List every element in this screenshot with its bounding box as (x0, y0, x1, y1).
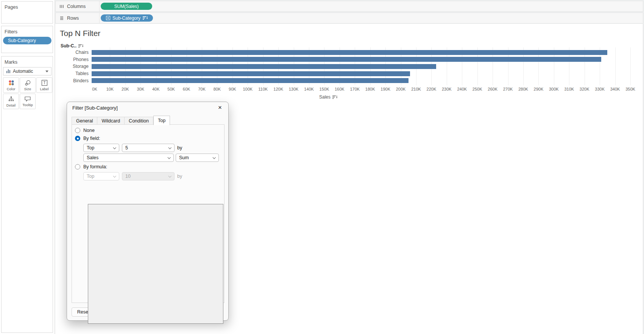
sort-descending-icon[interactable] (332, 95, 337, 99)
axis-tick-label: 160K (335, 87, 345, 91)
by-field-n-select[interactable]: 5 (122, 144, 175, 152)
x-axis-ticks: 0K10K20K30K40K50K60K70K80K90K100K110K120… (95, 87, 630, 92)
rows-pill[interactable]: Sub-Category (101, 14, 153, 22)
label-button-label: Label (40, 87, 48, 91)
axis-tick-label: 270K (503, 87, 513, 91)
by-field-radio[interactable] (75, 136, 80, 141)
axis-tick-label: 250K (472, 87, 482, 91)
color-button-label: Color (7, 87, 16, 91)
size-button-label: Size (24, 87, 31, 91)
label-button[interactable]: T Label (36, 77, 52, 93)
by-field-direction-value: Top (87, 145, 94, 151)
bar-category-label[interactable]: Storage (55, 64, 92, 69)
by-field-option[interactable]: By field: (75, 136, 100, 141)
row-field-header[interactable]: Sub-C.. (61, 43, 83, 49)
tab-general[interactable]: General (72, 117, 97, 125)
label-icon: T (41, 80, 48, 86)
axis-tick-label: 300K (549, 87, 559, 91)
axis-tick-label: 350K (625, 87, 635, 91)
tab-top[interactable]: Top (153, 116, 170, 125)
columns-shelf[interactable]: SUM(Sales) (100, 1, 643, 12)
close-icon[interactable]: × (215, 103, 225, 112)
tooltip-button[interactable]: Tooltip (20, 94, 36, 109)
by-formula-direction-select: Top (83, 172, 119, 180)
x-axis-title-text: Sales (319, 94, 331, 100)
mark-type-value: Automatic (13, 69, 33, 74)
detail-button[interactable]: Detail (3, 94, 19, 109)
chevron-down-icon (168, 174, 171, 177)
by-field-field-value: Sales (87, 155, 98, 160)
bar-track (92, 57, 627, 62)
bar-chart: ChairsPhonesStorageTablesBinders (55, 49, 643, 84)
by-formula-direction-value: Top (87, 174, 94, 179)
detail-icon (8, 96, 14, 102)
axis-tick-label: 100K (243, 87, 253, 91)
size-button[interactable]: Size (20, 77, 36, 93)
by-formula-option[interactable]: By formula: (75, 164, 107, 169)
rows-shelf[interactable]: Sub-Category (100, 13, 643, 24)
tab-condition[interactable]: Condition (125, 117, 153, 125)
by-field-field-select[interactable]: Sales (83, 154, 174, 162)
none-option[interactable]: None (75, 128, 95, 133)
by-formula-radio[interactable] (75, 164, 80, 169)
axis-tick-label: 70K (198, 87, 206, 91)
none-option-label: None (83, 128, 95, 133)
size-icon (25, 80, 31, 86)
rows-shelf-text: Rows (67, 16, 79, 21)
bar-chairs[interactable] (92, 50, 607, 55)
sort-descending-icon[interactable] (78, 44, 83, 48)
chevron-down-icon (113, 174, 116, 177)
filter-pill-sub-category[interactable]: Sub-Category (3, 37, 51, 44)
chart-row: Binders (55, 77, 643, 84)
color-button[interactable]: Color (3, 77, 19, 93)
rows-pill-text: Sub-Category (112, 16, 140, 21)
svg-text:T: T (43, 81, 45, 85)
bar-track (92, 50, 627, 55)
bar-tables[interactable] (92, 71, 410, 76)
chart-row: Storage (55, 63, 643, 70)
bar-category-label[interactable]: Binders (55, 78, 92, 83)
rows-shelf-label: Rows (55, 13, 100, 24)
filter-dialog: Filter [Sub-Category] × General Wildcard… (67, 102, 229, 321)
chart-row: Phones (55, 56, 643, 63)
mark-type-dropdown[interactable]: Automatic (3, 67, 51, 75)
bar-storage[interactable] (92, 64, 436, 69)
pages-card: Pages (1, 1, 53, 24)
filters-label: Filters (2, 26, 53, 34)
top-tab-page: None By field: Top 5 by Sales Sum By for… (72, 124, 225, 303)
axis-tick-label: 30K (137, 87, 144, 91)
by-formula-n-select: 10 (122, 172, 175, 180)
marks-label: Marks (2, 56, 53, 65)
x-axis-title[interactable]: Sales (319, 94, 337, 100)
by-field-aggregation-select[interactable]: Sum (176, 154, 219, 162)
chart-row: Chairs (55, 49, 643, 56)
bar-phones[interactable] (92, 57, 601, 62)
columns-pill[interactable]: SUM(Sales) (101, 3, 152, 10)
left-sidebar: Pages Filters Sub-Category Marks Automat… (0, 0, 55, 334)
filters-card: Filters Sub-Category (1, 26, 53, 53)
bar-category-label[interactable]: Tables (55, 71, 92, 76)
none-radio[interactable] (75, 128, 80, 133)
chevron-down-icon (113, 146, 116, 149)
axis-tick-label: 320K (580, 87, 589, 91)
formula-textarea[interactable] (88, 204, 223, 324)
bar-binders[interactable] (92, 78, 409, 83)
axis-tick-label: 50K (167, 87, 175, 91)
marks-card: Marks Automatic Color Size (1, 56, 53, 333)
color-icon (8, 80, 14, 86)
by-word-disabled: by (177, 174, 182, 179)
tab-wildcard[interactable]: Wildcard (97, 117, 125, 125)
axis-tick-label: 10K (106, 87, 114, 91)
bar-chart-icon (6, 69, 11, 74)
sort-descending-icon (143, 16, 148, 20)
bar-category-label[interactable]: Phones (55, 57, 92, 62)
by-field-direction-select[interactable]: Top (83, 144, 119, 152)
chart-row: Tables (55, 70, 643, 77)
axis-tick-label: 80K (214, 87, 221, 91)
dialog-title: Filter [Sub-Category] (72, 105, 118, 111)
axis-tick-label: 200K (396, 87, 406, 91)
bar-category-label[interactable]: Chairs (55, 50, 92, 55)
bar-track (92, 78, 627, 83)
by-formula-option-label: By formula: (83, 164, 107, 169)
axis-tick-label: 130K (289, 87, 299, 91)
